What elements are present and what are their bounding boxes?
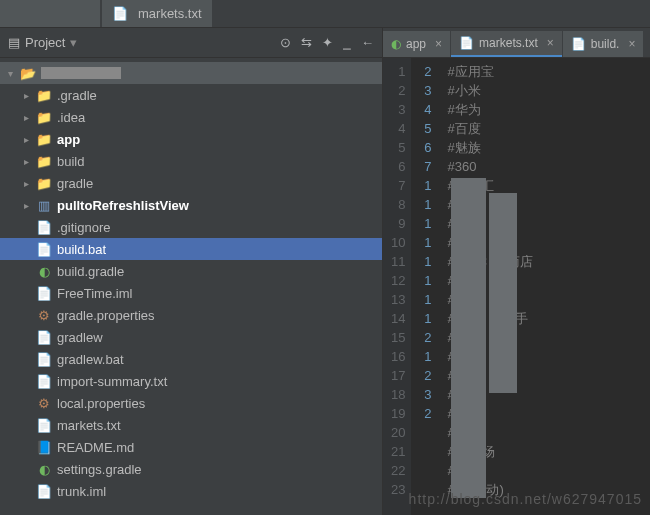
tree-item-import-summary-txt[interactable]: 📄import-summary.txt [0, 370, 382, 392]
md-icon: 📘 [36, 440, 52, 455]
tree-item-label: import-summary.txt [57, 374, 167, 389]
watermark: http://blog.csdn.net/w627947015 [409, 491, 642, 507]
tree-item-build[interactable]: ▸📁build [0, 150, 382, 172]
code-line[interactable]: #应用宝 [447, 62, 533, 81]
tree-item-label: trunk.iml [57, 484, 106, 499]
panel-dropdown-icon[interactable]: ▾ [70, 35, 77, 50]
tree-item-label: .gitignore [57, 220, 110, 235]
file-icon: 📄 [571, 37, 586, 51]
tree-item-label: settings.gradle [57, 462, 142, 477]
tree-item-trunk-iml[interactable]: 📄trunk.iml [0, 480, 382, 502]
file-icon: 📄 [36, 484, 52, 499]
tree-item-local-properties[interactable]: ⚙local.properties [0, 392, 382, 414]
gradle-icon: ◐ [391, 37, 401, 51]
file-icon: 📄 [112, 6, 128, 21]
file-icon: 📄 [36, 286, 52, 301]
tree-item-gradle[interactable]: ▸📁gradle [0, 172, 382, 194]
file-icon: 📄 [36, 352, 52, 367]
breadcrumb-tabs: 📄 markets.txt [0, 0, 650, 28]
close-icon[interactable]: × [435, 37, 442, 51]
tree-item--gitignore[interactable]: 📄.gitignore [0, 216, 382, 238]
collapse-icon[interactable]: ⎯ [343, 35, 351, 50]
editor-tab-app[interactable]: ◐app× [383, 31, 450, 57]
tree-item-settings-gradle[interactable]: ◐settings.gradle [0, 458, 382, 480]
tree-item-label: build [57, 154, 84, 169]
code-line[interactable]: #百度 [447, 119, 533, 138]
gear-icon[interactable]: ✦ [322, 35, 333, 50]
tree-item-label: .gradle [57, 88, 97, 103]
project-icon: ▤ [8, 35, 20, 50]
tree-item-label: gradle [57, 176, 93, 191]
tree-item-readme-md[interactable]: 📘README.md [0, 436, 382, 458]
hide-icon[interactable]: ← [361, 35, 374, 50]
file-icon: 📄 [36, 242, 52, 257]
tab-label: app [406, 37, 426, 51]
code-line[interactable]: #小米 [447, 81, 533, 100]
tree-item-label: build.bat [57, 242, 106, 257]
editor-body: 1234567891011121314151617181920212223 23… [383, 58, 650, 515]
tree-item-label: gradlew.bat [57, 352, 124, 367]
module-icon: ▥ [36, 198, 52, 213]
breadcrumb-label: markets.txt [138, 6, 202, 21]
tree-item-label: .idea [57, 110, 85, 125]
tab-label: markets.txt [479, 36, 538, 50]
code-line[interactable]: #360 [447, 157, 533, 176]
tree-item-label: README.md [57, 440, 134, 455]
tree-item-label: build.gradle [57, 264, 124, 279]
gradle-icon: ◐ [36, 264, 52, 279]
tree-item-pulltorefreshlistview[interactable]: ▸▥pulltoRefreshlistView [0, 194, 382, 216]
breadcrumb-tab[interactable]: 📄 markets.txt [102, 0, 212, 27]
line-gutter: 1234567891011121314151617181920212223 [383, 58, 411, 515]
expand-icon[interactable]: ▸ [24, 134, 36, 145]
tree-item-gradle-properties[interactable]: ⚙gradle.properties [0, 304, 382, 326]
code-line[interactable]: #魅族 [447, 138, 533, 157]
target-icon[interactable]: ⊙ [280, 35, 291, 50]
tree-item-build-bat[interactable]: 📄build.bat [0, 238, 382, 260]
panel-title: Project [25, 35, 65, 50]
code-area[interactable]: #应用宝#小米#华为#百度#魅族#360#应用汇## 豆# 易 汇# PC 件商… [441, 58, 533, 515]
project-panel-header: ▤ Project ▾ ⊙ ⇆ ✦ ⎯ ← [0, 28, 382, 58]
file-icon: 📄 [36, 374, 52, 389]
tree-item-label: app [57, 132, 80, 147]
tree-item-gradlew[interactable]: 📄gradlew [0, 326, 382, 348]
close-icon[interactable]: × [547, 36, 554, 50]
folder-icon: 📁 [36, 154, 52, 169]
sync-icon[interactable]: ⇆ [301, 35, 312, 50]
breadcrumb-blank [0, 0, 100, 27]
expand-icon[interactable]: ▸ [24, 156, 36, 167]
expand-icon[interactable]: ▸ [24, 90, 36, 101]
tree-item-label: gradle.properties [57, 308, 155, 323]
tree-item-markets-txt[interactable]: 📄markets.txt [0, 414, 382, 436]
editor-tab-markets-txt[interactable]: 📄markets.txt× [451, 31, 562, 57]
file-icon: 📄 [36, 418, 52, 433]
file-icon: 📄 [36, 330, 52, 345]
obscured-region [489, 193, 517, 393]
code-line[interactable]: #华为 [447, 100, 533, 119]
folder-icon: 📁 [36, 176, 52, 191]
tree-item-gradlew-bat[interactable]: 📄gradlew.bat [0, 348, 382, 370]
tree-item--idea[interactable]: ▸📁.idea [0, 106, 382, 128]
expand-icon[interactable]: ▸ [24, 112, 36, 123]
tree-item-label: markets.txt [57, 418, 121, 433]
marker-gutter: 2345671111111121232 [411, 58, 441, 515]
file-icon: 📄 [459, 36, 474, 50]
obscured-region [451, 178, 486, 498]
tree-item-app[interactable]: ▸📁app [0, 128, 382, 150]
editor-tabs: ◐app×📄markets.txt×📄build.× [383, 28, 650, 58]
tree-item-freetime-iml[interactable]: 📄FreeTime.iml [0, 282, 382, 304]
tree-item-label: local.properties [57, 396, 145, 411]
tab-label: build. [591, 37, 620, 51]
expand-icon[interactable]: ▸ [24, 178, 36, 189]
expand-icon[interactable]: ▸ [24, 200, 36, 211]
tree-item-label: gradlew [57, 330, 103, 345]
file-icon: 📄 [36, 220, 52, 235]
folder-icon: 📁 [36, 132, 52, 147]
close-icon[interactable]: × [628, 37, 635, 51]
folder-teal-icon: 📁 [36, 110, 52, 125]
tree-item-build-gradle[interactable]: ◐build.gradle [0, 260, 382, 282]
tree-item-label: pulltoRefreshlistView [57, 198, 189, 213]
project-tree[interactable]: ▾ 📂 ▸📁.gradle▸📁.idea▸📁app▸📁build▸📁gradle… [0, 58, 382, 515]
tree-item--gradle[interactable]: ▸📁.gradle [0, 84, 382, 106]
tree-root[interactable]: ▾ 📂 [0, 62, 382, 84]
editor-tab-build-[interactable]: 📄build.× [563, 31, 644, 57]
